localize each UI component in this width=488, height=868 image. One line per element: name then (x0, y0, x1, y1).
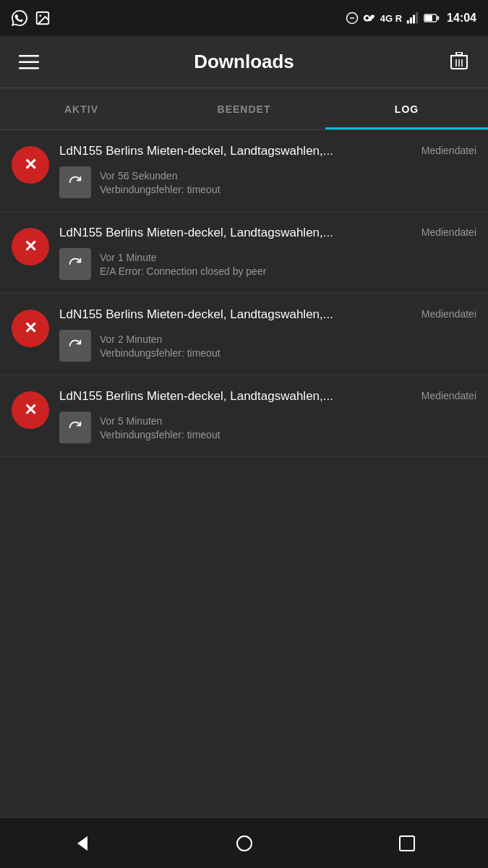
item-header-1: LdN155 Berlins Mieten-deckel, Landtagswa… (59, 143, 476, 159)
retry-button-3[interactable] (59, 330, 91, 362)
item-text-block-1: Vor 56 Sekunden Verbindungsfehler: timeo… (100, 170, 221, 195)
tab-log[interactable]: LOG (325, 88, 488, 129)
item-text-block-3: Vor 2 Minuten Verbindungsfehler: timeout (100, 333, 221, 359)
svg-rect-10 (437, 16, 440, 20)
item-content-3: LdN155 Berlins Mieten-deckel, Landtagswa… (59, 307, 476, 362)
item-title-4: LdN155 Berlins Mieten-deckel, Landtagswa… (59, 388, 416, 404)
item-header-2: LdN155 Berlins Mieten-deckel, Landtagswa… (59, 225, 476, 241)
item-time-1: Vor 56 Sekunden (100, 170, 221, 182)
tab-aktiv[interactable]: AKTIV (0, 88, 163, 129)
download-item-4: ✕ LdN155 Berlins Mieten-deckel, Landtags… (0, 375, 488, 457)
retry-icon-3 (67, 338, 83, 354)
download-item-3: ✕ LdN155 Berlins Mieten-deckel, Landtags… (0, 294, 488, 375)
back-icon (72, 833, 92, 854)
trash-icon (450, 52, 468, 72)
hamburger-icon (19, 55, 39, 69)
item-title-3: LdN155 Berlins Mieten-deckel, Landtagswa… (59, 307, 416, 323)
battery-icon (424, 14, 440, 22)
retry-icon-1 (67, 174, 83, 190)
error-icon-2: ✕ (12, 228, 49, 265)
download-item-1: ✕ LdN155 Berlins Mieten-deckel, Landtags… (0, 130, 488, 212)
tabs-bar: AKTIV BEENDET LOG (0, 88, 488, 130)
svg-rect-4 (407, 20, 409, 24)
item-title-1: LdN155 Berlins Mieten-deckel, Landtagswa… (59, 143, 416, 159)
item-time-4: Vor 5 Minuten (100, 415, 221, 427)
item-type-4: Mediendatei (421, 390, 476, 401)
back-button[interactable] (67, 829, 96, 858)
item-header-4: LdN155 Berlins Mieten-deckel, Landtagswa… (59, 388, 476, 404)
home-button[interactable] (230, 829, 259, 858)
status-left-icons (12, 10, 51, 26)
error-icon-1: ✕ (12, 146, 49, 184)
signal-icon (406, 12, 419, 25)
svg-rect-11 (19, 55, 39, 57)
item-time-2: Vor 1 Minute (100, 252, 266, 263)
item-meta-1: Vor 56 Sekunden Verbindungsfehler: timeo… (59, 166, 476, 198)
item-content-1: LdN155 Berlins Mieten-deckel, Landtagswa… (59, 143, 476, 198)
error-icon-4: ✕ (12, 391, 49, 429)
item-error-3: Verbindungsfehler: timeout (100, 347, 221, 359)
bottom-nav (0, 817, 488, 868)
retry-button-4[interactable] (59, 412, 91, 443)
item-meta-3: Vor 2 Minuten Verbindungsfehler: timeout (59, 330, 476, 362)
download-item-2: ✕ LdN155 Berlins Mieten-deckel, Landtags… (0, 212, 488, 294)
svg-rect-13 (19, 67, 39, 69)
item-type-2: Mediendatei (421, 226, 476, 238)
svg-rect-16 (456, 52, 462, 55)
item-error-4: Verbindungsfehler: timeout (100, 429, 221, 441)
item-error-2: E/A Error: Connection closed by peer (100, 265, 266, 277)
whatsapp-icon (12, 10, 27, 26)
item-type-1: Mediendatei (421, 145, 476, 156)
item-content-2: LdN155 Berlins Mieten-deckel, Landtagswa… (59, 225, 476, 280)
item-header-3: LdN155 Berlins Mieten-deckel, Landtagswa… (59, 307, 476, 323)
download-list: ✕ LdN155 Berlins Mieten-deckel, Landtags… (0, 130, 488, 817)
status-time: 14:04 (447, 12, 476, 25)
svg-point-21 (237, 836, 252, 851)
delete-button[interactable] (445, 48, 474, 77)
item-title-2: LdN155 Berlins Mieten-deckel, Landtagswa… (59, 225, 416, 241)
svg-rect-5 (410, 17, 412, 23)
item-content-4: LdN155 Berlins Mieten-deckel, Landtagswa… (59, 388, 476, 443)
image-icon (35, 10, 51, 26)
error-icon-3: ✕ (12, 310, 49, 347)
item-error-1: Verbindungsfehler: timeout (100, 184, 221, 195)
status-bar: 4G R 14:04 (0, 0, 488, 36)
retry-button-2[interactable] (59, 248, 91, 280)
recents-button[interactable] (393, 829, 421, 858)
tab-beendet[interactable]: BEENDET (163, 88, 325, 129)
svg-point-1 (39, 14, 41, 17)
item-text-block-2: Vor 1 Minute E/A Error: Connection close… (100, 252, 266, 277)
svg-rect-12 (19, 61, 39, 63)
vpn-key-icon (363, 12, 376, 25)
svg-rect-22 (400, 836, 414, 851)
page-title: Downloads (194, 51, 294, 73)
item-time-3: Vor 2 Minuten (100, 333, 221, 345)
svg-marker-20 (77, 836, 87, 851)
item-type-3: Mediendatei (421, 308, 476, 320)
menu-button[interactable] (14, 48, 43, 77)
item-meta-4: Vor 5 Minuten Verbindungsfehler: timeout (59, 412, 476, 443)
app-bar: Downloads (0, 36, 488, 88)
dnd-icon (346, 12, 359, 25)
retry-icon-2 (67, 256, 83, 272)
retry-button-1[interactable] (59, 166, 91, 198)
status-right-icons: 4G R 14:04 (346, 12, 476, 25)
network-type: 4G R (380, 13, 402, 24)
svg-rect-7 (416, 12, 418, 24)
item-text-block-4: Vor 5 Minuten Verbindungsfehler: timeout (100, 415, 221, 441)
retry-icon-4 (67, 420, 83, 435)
home-icon (234, 833, 254, 854)
recents-icon (398, 834, 416, 853)
svg-rect-6 (413, 15, 415, 24)
svg-rect-9 (425, 15, 432, 21)
item-meta-2: Vor 1 Minute E/A Error: Connection close… (59, 248, 476, 280)
